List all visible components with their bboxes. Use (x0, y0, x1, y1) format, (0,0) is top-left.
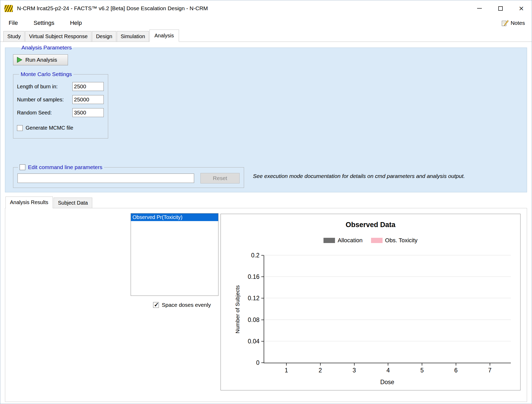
list-item[interactable]: Observed Pr(Toxicity) (131, 213, 218, 221)
space-doses-label: Space doses evenly (162, 302, 211, 308)
play-icon (16, 56, 23, 63)
legend-entry-allocation: Allocation (323, 237, 362, 244)
burn-in-field[interactable] (72, 82, 104, 91)
generate-mcmc-label: Generate MCMC file (26, 125, 73, 131)
notes-pencil-icon (501, 20, 508, 26)
edit-cmd-label: Edit command line parameters (28, 164, 102, 170)
app-window: N-CRM lrcat25-p2-24 - FACTS™ v6.2 [Beta]… (0, 0, 532, 404)
allocation-legend-label: Allocation (338, 237, 362, 244)
tab-simulation[interactable]: Simulation (117, 31, 149, 42)
num-samples-field[interactable] (72, 95, 104, 104)
maximize-button[interactable] (490, 0, 511, 16)
minimize-icon (477, 8, 482, 9)
cmd-inner: Reset (18, 173, 240, 183)
titlebar: N-CRM lrcat25-p2-24 - FACTS™ v6.2 [Beta]… (0, 0, 532, 16)
num-samples-row: Number of samples: (17, 95, 104, 104)
run-analysis-button[interactable]: Run Analysis (13, 54, 68, 65)
cmd-parameters-input[interactable] (18, 174, 194, 183)
random-seed-label: Random Seed: (17, 110, 72, 116)
main-tabstrip: Study Virtual Subject Response Design Si… (0, 30, 532, 42)
burn-in-label: Length of burn in: (17, 84, 72, 90)
space-doses-checkbox[interactable] (153, 302, 159, 308)
notes-label: Notes (511, 20, 525, 26)
allocation-swatch-icon (323, 238, 335, 243)
results-listbox[interactable]: Observed Pr(Toxicity) (131, 213, 218, 296)
run-analysis-label: Run Analysis (25, 57, 57, 63)
observed-data-chart: Observed Data Allocation Obs. Toxicity N… (221, 214, 521, 390)
edit-cmd-checkbox[interactable] (20, 164, 25, 170)
analysis-parameters-group: Analysis Parameters Run Analysis Monte C… (5, 44, 527, 192)
tab-virtual-subject-response[interactable]: Virtual Subject Response (25, 31, 91, 42)
cmd-parameters-group: Edit command line parameters Reset (13, 164, 244, 188)
minimize-button[interactable] (469, 0, 490, 16)
monte-carlo-legend: Monte Carlo Settings (19, 71, 73, 77)
tab-analysis[interactable]: Analysis (149, 30, 179, 42)
chart-title: Observed Data (221, 221, 520, 229)
analysis-results-panel: Observed Pr(Toxicity) Space doses evenly… (5, 208, 527, 402)
results-tabstrip: Analysis Results Subject Data (5, 197, 532, 208)
y-axis-title: Number of Subjects (234, 255, 241, 363)
plot-area: 00.040.080.120.160.21234567 (264, 255, 511, 363)
burn-in-row: Length of burn in: (17, 82, 104, 91)
obs-toxicity-legend-label: Obs. Toxicity (385, 237, 418, 244)
tab-design[interactable]: Design (92, 31, 116, 42)
obs-toxicity-swatch-icon (371, 238, 383, 243)
num-samples-label: Number of samples: (17, 97, 72, 103)
legend-entry-obs-toxicity: Obs. Toxicity (371, 237, 418, 244)
generate-mcmc-checkbox[interactable] (17, 125, 23, 131)
maximize-icon (498, 6, 503, 11)
space-doses-row: Space doses evenly (153, 302, 211, 308)
close-icon: × (519, 4, 524, 13)
menu-settings[interactable]: Settings (32, 19, 56, 27)
random-seed-field[interactable] (72, 108, 104, 117)
x-axis-title: Dose (264, 379, 511, 386)
tab-page-analysis: Analysis Parameters Run Analysis Monte C… (0, 42, 532, 404)
menu-help[interactable]: Help (68, 19, 83, 27)
close-button[interactable]: × (511, 0, 532, 16)
window-controls: × (469, 0, 532, 16)
menu-file[interactable]: File (7, 19, 19, 27)
tab-analysis-results[interactable]: Analysis Results (5, 197, 53, 208)
random-seed-row: Random Seed: (17, 108, 104, 117)
monte-carlo-settings-group: Monte Carlo Settings Length of burn in: … (13, 71, 108, 138)
cmd-parameters-legend-wrap: Edit command line parameters (18, 164, 104, 170)
analysis-parameters-legend: Analysis Parameters (20, 44, 73, 51)
cmd-parameters-row: Edit command line parameters Reset See e… (13, 164, 527, 188)
notes-button[interactable]: Notes (501, 20, 525, 26)
reset-button[interactable]: Reset (200, 173, 240, 183)
tab-subject-data[interactable]: Subject Data (54, 198, 92, 208)
chart-legend: Allocation Obs. Toxicity (221, 237, 520, 244)
generate-mcmc-row: Generate MCMC file (17, 125, 104, 131)
app-logo-icon (4, 5, 13, 12)
window-title: N-CRM lrcat25-p2-24 - FACTS™ v6.2 [Beta]… (17, 5, 208, 11)
cmd-documentation-note: See execution mode documentation for det… (253, 173, 465, 179)
menubar: File Settings Help Notes (0, 16, 532, 30)
tab-study[interactable]: Study (3, 31, 25, 42)
